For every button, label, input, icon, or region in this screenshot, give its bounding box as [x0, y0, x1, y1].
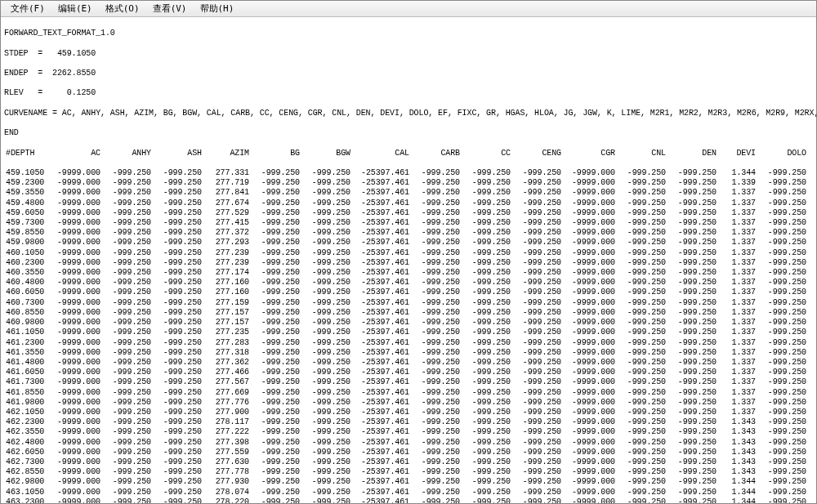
- cell: -999.250: [756, 417, 806, 427]
- cell: -999.250: [666, 278, 717, 288]
- curvename-label: CURVENAME =: [4, 109, 57, 118]
- cell: -999.250: [409, 497, 460, 504]
- cell: -999.250: [666, 238, 717, 248]
- cell: -999.250: [460, 178, 511, 188]
- cell: -9999.000: [561, 457, 615, 467]
- cell: 1.343: [717, 427, 756, 437]
- cell: -25397.461: [350, 427, 409, 437]
- cell: -999.250: [511, 408, 561, 417]
- text-content[interactable]: FORWARD_TEXT_FORMAT_1.0 STDEP = 459.1050…: [1, 17, 816, 504]
- cell: -999.250: [666, 467, 717, 477]
- cell: -999.250: [300, 208, 350, 218]
- cell: 460.2300: [4, 258, 47, 268]
- cell: 277.900: [202, 408, 249, 417]
- menu-help[interactable]: 帮助(H): [194, 1, 241, 16]
- cell: -999.250: [409, 348, 460, 358]
- table-row: 459.9800-9999.000-999.250-999.250277.293…: [4, 238, 813, 248]
- cell: -999.250: [409, 408, 460, 417]
- cell: 1.337: [717, 258, 756, 268]
- cell: -999.250: [100, 188, 151, 198]
- menu-file[interactable]: 文件(F): [4, 1, 51, 16]
- cell: -999.250: [100, 318, 151, 328]
- cell: 459.4800: [4, 198, 47, 208]
- menu-view[interactable]: 查看(V): [146, 1, 194, 16]
- cell: -999.250: [249, 288, 300, 297]
- cell: -9999.000: [561, 298, 615, 308]
- cell: -999.250: [100, 417, 151, 427]
- cell: -999.250: [615, 298, 666, 308]
- col-ash: ASH: [151, 149, 202, 158]
- cell: 1.343: [717, 448, 756, 457]
- cell: -25397.461: [350, 358, 409, 368]
- cell: -999.250: [666, 477, 717, 487]
- cell: 277.222: [202, 427, 249, 437]
- cell: -999.250: [409, 457, 460, 467]
- cell: -9999.000: [561, 248, 615, 258]
- cell: -999.250: [756, 488, 806, 497]
- cell: 462.6050: [4, 448, 47, 457]
- curvename-line: CURVENAME = AC, ANHY, ASH, AZIM, BG, BGW…: [4, 109, 813, 118]
- cell: -9999.000: [561, 427, 615, 437]
- cell: 277.559: [202, 448, 249, 457]
- cell: 1.337: [717, 288, 756, 297]
- cell: -999.250: [249, 318, 300, 328]
- cell: -999.250: [300, 388, 350, 398]
- cell: -999.250: [249, 467, 300, 477]
- cell: -999.250: [249, 238, 300, 248]
- cell: -999.250: [249, 228, 300, 238]
- cell: -999.250: [615, 358, 666, 368]
- cell: 1.339: [717, 178, 756, 188]
- cell: -25397.461: [350, 477, 409, 487]
- cell: -999.250: [151, 218, 202, 228]
- cell: -999.250: [151, 298, 202, 308]
- cell: -999.250: [100, 408, 151, 417]
- cell: -999.250: [511, 488, 561, 497]
- cell: -999.250: [615, 417, 666, 427]
- menu-edit[interactable]: 编辑(E): [51, 1, 99, 16]
- cell: -999.250: [615, 467, 666, 477]
- cell: -999.250: [615, 388, 666, 398]
- table-row: 462.1050-9999.000-999.250-999.250277.900…: [4, 408, 813, 417]
- cell: -25397.461: [350, 238, 409, 248]
- cell: 277.841: [202, 188, 249, 198]
- table-row: 462.7300-9999.000-999.250-999.250277.630…: [4, 457, 813, 467]
- cell: -999.250: [511, 328, 561, 337]
- cell: 459.7300: [4, 218, 47, 228]
- cell: 460.1050: [4, 248, 47, 258]
- cell: -999.250: [300, 198, 350, 208]
- cell: 277.174: [202, 268, 249, 278]
- cell: -25397.461: [350, 467, 409, 477]
- cell: 1.344: [717, 488, 756, 497]
- cell: -9999.000: [561, 448, 615, 457]
- cell: 1.337: [717, 368, 756, 377]
- cell: -999.250: [100, 218, 151, 228]
- cell: -999.250: [409, 208, 460, 218]
- cell: -999.250: [151, 238, 202, 248]
- cell: -999.250: [756, 248, 806, 258]
- cell: -999.250: [460, 208, 511, 218]
- cell: -999.250: [409, 248, 460, 258]
- cell: -999.250: [666, 457, 717, 467]
- cell: -999.250: [409, 427, 460, 437]
- table-row: 460.4800-9999.000-999.250-999.250277.160…: [4, 278, 813, 288]
- cell: -25397.461: [350, 218, 409, 228]
- col-carb: CARB: [409, 149, 460, 158]
- cell: -25397.461: [350, 457, 409, 467]
- cell: -999.250: [511, 248, 561, 258]
- cell: -999.250: [460, 268, 511, 278]
- cell: 459.1050: [4, 168, 47, 178]
- cell: -999.250: [756, 198, 806, 208]
- cell: -25397.461: [350, 228, 409, 238]
- menu-format[interactable]: 格式(O): [99, 1, 146, 16]
- cell: -25397.461: [350, 298, 409, 308]
- cell: -999.250: [460, 497, 511, 504]
- cell: -9999.000: [47, 448, 100, 457]
- cell: -9999.000: [561, 477, 615, 487]
- cell: -999.250: [460, 477, 511, 487]
- cell: -999.250: [756, 278, 806, 288]
- cell: -25397.461: [350, 248, 409, 258]
- cell: -25397.461: [350, 318, 409, 328]
- stdep-value: 459.1050: [57, 49, 96, 58]
- cell: -999.250: [249, 278, 300, 288]
- cell: -999.250: [756, 178, 806, 188]
